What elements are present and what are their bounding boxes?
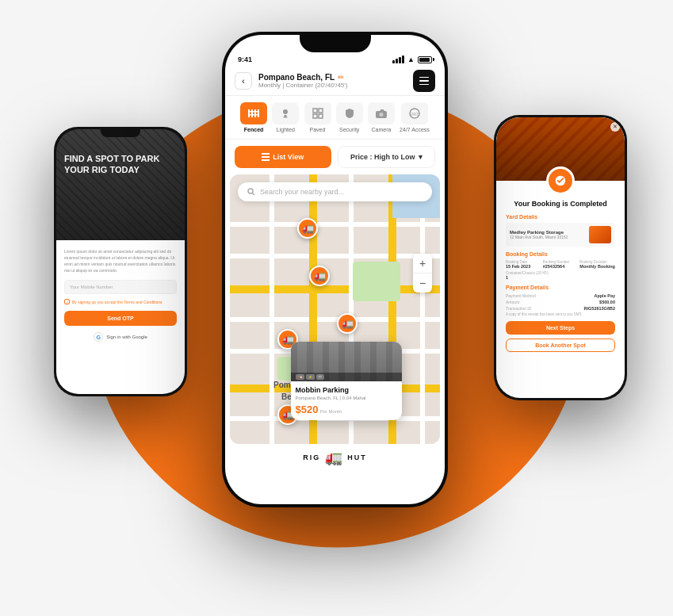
receipt-note: A copy of this receipt has been sent to … bbox=[506, 312, 615, 316]
popup-badges: 🚛 ⚡ 🛡 bbox=[291, 373, 402, 381]
zoom-in-button[interactable]: + bbox=[413, 254, 432, 273]
booking-number-item: Booking Number #25432564 bbox=[543, 260, 579, 269]
location-label: Pompano Beach, FL bbox=[258, 73, 335, 82]
amenity-camera[interactable]: Camera bbox=[368, 102, 395, 132]
map-search-bar[interactable]: Search your nearby yard... bbox=[238, 182, 432, 201]
left-phone-input[interactable]: Your Mobile Number bbox=[64, 280, 177, 294]
brand-truck-icon: 🚛 bbox=[325, 449, 342, 466]
yard-details-section: Yard Details bbox=[506, 214, 615, 220]
left-phone-screen: 9:41 ▲▲ ◉ FIND A SPOT TO PARK YOUR RIG T… bbox=[56, 129, 185, 394]
amenity-247[interactable]: 24/7 24/7 Access bbox=[400, 102, 430, 132]
popup-image: 🚛 ⚡ 🛡 bbox=[291, 342, 402, 381]
brand-left: RIG bbox=[303, 453, 320, 461]
amenity-security[interactable]: Security bbox=[336, 102, 363, 132]
road-major bbox=[230, 285, 440, 293]
center-branding: RIG 🚛 HUT bbox=[225, 444, 445, 471]
amenity-fenced[interactable]: Fenced bbox=[240, 102, 267, 132]
svg-rect-1 bbox=[251, 109, 253, 117]
booking-details-section: Booking Details bbox=[506, 251, 615, 257]
right-phone-screen: ✕ Your Booking is Completed Yard Details… bbox=[496, 117, 625, 398]
lighted-label: Lighted bbox=[277, 127, 295, 132]
road bbox=[230, 222, 440, 227]
phones-container: 9:41 ▲▲ ◉ FIND A SPOT TO PARK YOUR RIG T… bbox=[0, 0, 673, 616]
popup-badge: 🛡 bbox=[316, 374, 324, 380]
menu-line bbox=[419, 80, 429, 82]
popup-price: $520 bbox=[296, 404, 319, 415]
247-icon: 24/7 bbox=[401, 102, 428, 124]
yard-text: Medley Parking Storage 12 Main Ave South… bbox=[510, 230, 568, 239]
center-phone: 9:41 ▲ ‹ bbox=[222, 32, 448, 507]
next-steps-button[interactable]: Next Steps bbox=[506, 321, 615, 335]
fenced-icon bbox=[240, 102, 267, 124]
amenity-lighted[interactable]: Lighted bbox=[272, 102, 299, 132]
center-phone-screen: 9:41 ▲ ‹ bbox=[225, 35, 445, 504]
road bbox=[230, 254, 440, 258]
booking-complete-title: Your Booking is Completed bbox=[506, 200, 615, 208]
book-another-button[interactable]: Book Another Spot bbox=[506, 339, 615, 352]
edit-location-icon[interactable]: ✏ bbox=[338, 73, 344, 82]
center-notch bbox=[300, 35, 371, 52]
svg-rect-3 bbox=[258, 109, 259, 117]
zoom-out-button[interactable]: − bbox=[413, 274, 432, 293]
popup-yard-address: Pompano Beach, FL | 0.04 Mahal bbox=[296, 396, 397, 400]
amount-val: $500.00 bbox=[599, 300, 615, 304]
paved-icon bbox=[304, 102, 331, 124]
container-val: 1 bbox=[506, 275, 615, 280]
left-hero-text: FIND A SPOT TO PARK YOUR RIG TODAY bbox=[64, 153, 177, 176]
amount-label: Amount bbox=[506, 300, 519, 304]
security-label: Security bbox=[339, 127, 359, 132]
svg-rect-5 bbox=[248, 114, 259, 116]
booking-duration-item: Booking Duration Monthly Booking bbox=[579, 260, 615, 269]
left-body: Lorem ipsum dolor sit amet consectetur a… bbox=[56, 240, 185, 394]
close-button[interactable]: ✕ bbox=[610, 122, 620, 132]
sublocation-label: Monthly | Container (20'/40'/45') bbox=[258, 82, 407, 89]
amenity-paved[interactable]: Paved bbox=[304, 102, 331, 132]
right-phone: ✕ Your Booking is Completed Yard Details… bbox=[494, 115, 627, 400]
list-view-button[interactable]: List View bbox=[235, 146, 331, 168]
svg-rect-10 bbox=[319, 109, 323, 113]
svg-rect-8 bbox=[284, 117, 288, 118]
road bbox=[230, 317, 440, 322]
camera-label: Camera bbox=[371, 127, 391, 132]
svg-point-6 bbox=[283, 109, 288, 114]
transaction-row: Transaction ID RIG52613G8B2 bbox=[506, 306, 615, 311]
left-checkbox[interactable]: ✓ bbox=[64, 299, 70, 304]
search-icon bbox=[247, 188, 255, 196]
map-search-placeholder: Search your nearby yard... bbox=[260, 188, 344, 196]
truck-marker-2: 🚛 bbox=[309, 266, 330, 286]
header-text: Pompano Beach, FL ✏ Monthly | Container … bbox=[258, 73, 407, 89]
security-icon bbox=[336, 102, 363, 124]
svg-rect-18 bbox=[262, 156, 270, 158]
signal-bars-icon bbox=[392, 55, 404, 63]
yard-info-row: Medley Parking Storage 12 Main Ave South… bbox=[506, 223, 615, 247]
map-popup-card[interactable]: 🚛 ⚡ 🛡 Mobbin Parking Pompano Beach, FL |… bbox=[291, 342, 402, 420]
terms-link[interactable]: Terms and Conditions bbox=[124, 300, 162, 304]
menu-button[interactable] bbox=[413, 70, 435, 92]
booking-detail-grid: Booking Date 15 Feb 2023 Booking Number … bbox=[506, 260, 615, 269]
payment-method-row: Payment Method Apple Pay bbox=[506, 293, 615, 298]
brand-right: HUT bbox=[347, 453, 367, 461]
road bbox=[270, 174, 274, 444]
left-phone: 9:41 ▲▲ ◉ FIND A SPOT TO PARK YOUR RIG T… bbox=[54, 127, 187, 396]
fenced-label: Fenced bbox=[244, 127, 264, 132]
back-button[interactable]: ‹ bbox=[235, 72, 252, 90]
popup-price-period: Per Month bbox=[319, 409, 342, 414]
booking-number-val: #25432564 bbox=[543, 264, 579, 269]
menu-line bbox=[419, 84, 429, 86]
map-view[interactable]: Pompano Beach Search your nearby yard...… bbox=[230, 174, 440, 444]
payment-details-section: Payment Details bbox=[506, 285, 615, 290]
svg-rect-12 bbox=[319, 114, 323, 118]
price-filter-button[interactable]: Price : High to Low ▾ bbox=[338, 146, 436, 168]
left-hero-bg bbox=[56, 129, 185, 240]
booking-complete-icon bbox=[546, 166, 575, 195]
popup-badge: ⚡ bbox=[306, 374, 315, 380]
list-view-label: List View bbox=[273, 153, 304, 161]
payment-method-label: Payment Method bbox=[506, 293, 536, 298]
google-signin-row[interactable]: G Sign in with Google bbox=[64, 332, 177, 342]
price-filter-label: Price : High to Low bbox=[350, 153, 415, 161]
send-otp-button[interactable]: Send OTP bbox=[64, 311, 177, 326]
svg-point-14 bbox=[379, 113, 383, 117]
popup-yard-name: Mobbin Parking bbox=[296, 386, 397, 394]
yard-address: 12 Main Ave South, Miami 33152 bbox=[510, 235, 568, 239]
svg-line-21 bbox=[253, 193, 255, 196]
